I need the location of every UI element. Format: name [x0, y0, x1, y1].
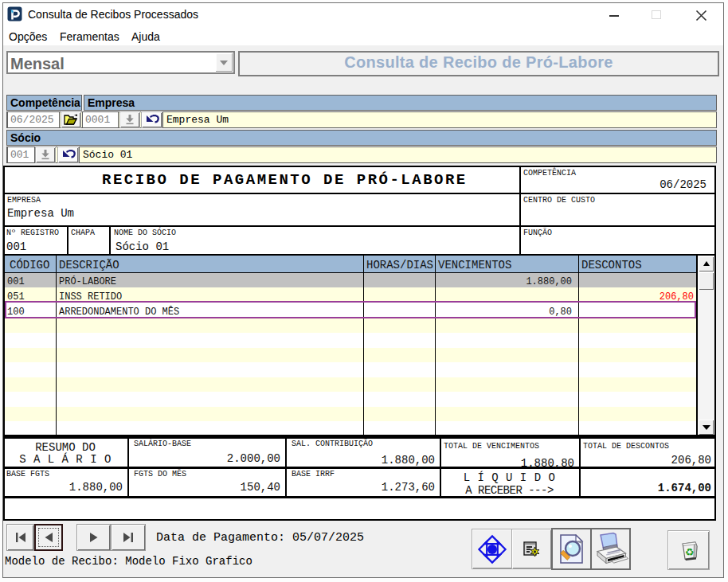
svg-text:♻: ♻ — [685, 546, 695, 558]
